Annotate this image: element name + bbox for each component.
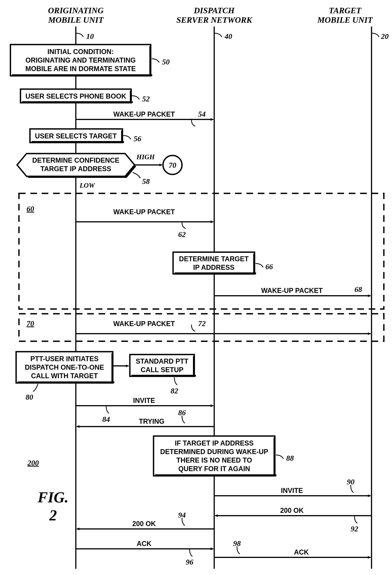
svg-rect-8 [130, 91, 132, 103]
svg-rect-34 [155, 474, 276, 476]
msg-200ok-94: 200 OK [132, 520, 156, 527]
ref-82: 82 [171, 386, 178, 395]
header-disp-2: SERVER NETWORK [176, 15, 253, 25]
header-targ-1: TARGET [329, 6, 362, 15]
svg-text:DISPATCH ONE-TO-ONE: DISPATCH ONE-TO-ONE [25, 363, 104, 371]
decision-determine-confidence: DETERMINE CONFIDENCE TARGET IP ADDRESS [17, 154, 136, 178]
ref-92: 92 [351, 525, 358, 533]
svg-text:DETERMINED DURING WAKE-UP: DETERMINED DURING WAKE-UP [160, 448, 268, 455]
ref-58: 58 [142, 177, 150, 186]
ref-98: 98 [233, 539, 241, 548]
box-user-selects-target: USER SELECTS TARGET [30, 129, 124, 143]
svg-rect-23 [112, 353, 113, 383]
svg-rect-18 [253, 254, 255, 275]
svg-rect-1 [12, 74, 152, 76]
box-user-selects-phonebook: USER SELECTS PHONE BOOK [21, 89, 133, 103]
svg-rect-11 [31, 141, 124, 143]
ref-88: 88 [286, 454, 294, 462]
svg-text:TARGET IP ADDRESS: TARGET IP ADDRESS [40, 165, 111, 173]
ref-50: 50 [162, 58, 170, 66]
svg-text:IF TARGET IP ADDRESS: IF TARGET IP ADDRESS [175, 439, 254, 447]
svg-text:THERE IS NO NEED TO: THERE IS NO NEED TO [176, 456, 252, 464]
msg-trying-86: TRYING [139, 417, 164, 425]
box-initial-condition: INITIAL CONDITION: ORIGINATING AND TERMI… [10, 45, 152, 76]
msg-wakeup-68: WAKE-UP PACKET [261, 287, 323, 294]
svg-rect-28 [131, 375, 196, 377]
msg-ack-96: ACK [137, 540, 151, 548]
ref-68: 68 [354, 285, 362, 294]
svg-text:STANDARD PTT: STANDARD PTT [136, 357, 188, 365]
box-ptt-user-initiates: PTT-USER INITIATES DISPATCH ONE-TO-ONE C… [16, 352, 114, 383]
ref-70u: 70 [26, 319, 34, 328]
svg-text:QUERY FOR IT AGAIN: QUERY FOR IT AGAIN [178, 465, 250, 473]
ref-66: 66 [265, 262, 273, 271]
msg-wakeup-72: WAKE-UP PACKET [113, 320, 175, 328]
header-disp-1: DISPATCH [194, 6, 235, 15]
msg-ack-98: ACK [294, 548, 309, 556]
ref-86: 86 [178, 408, 186, 417]
ref-70-circle: 70 [169, 161, 176, 169]
svg-text:PTT-USER INITIATES: PTT-USER INITIATES [30, 355, 98, 363]
msg-wakeup-62: WAKE-UP PACKET [113, 208, 175, 216]
msg-wakeup-54: WAKE-UP PACKET [113, 110, 175, 118]
label-low: LOW [79, 182, 95, 189]
msg-200ok-92: 200 OK [280, 506, 304, 514]
box-standard-ptt-call-setup: STANDARD PTT CALL SETUP [130, 355, 196, 377]
ref-72: 72 [198, 319, 206, 328]
ref-60: 60 [26, 205, 34, 213]
ref-96: 96 [186, 558, 193, 566]
box-if-target-ip-determined: IF TARGET IP ADDRESS DETERMINED DURING W… [154, 436, 276, 477]
header-orig-1: ORIGINATING [48, 6, 104, 15]
svg-text:USER SELECTS TARGET: USER SELECTS TARGET [35, 132, 116, 140]
svg-rect-17 [175, 272, 256, 274]
ref-94: 94 [178, 511, 186, 519]
ref-56: 56 [134, 134, 141, 143]
svg-text:MOBILE ARE IN DORMATE STATE: MOBILE ARE IN DORMATE STATE [25, 65, 136, 72]
svg-text:USER SELECTS PHONE BOOK: USER SELECTS PHONE BOOK [25, 92, 126, 100]
ref-62: 62 [178, 230, 186, 239]
svg-rect-2 [149, 46, 151, 76]
svg-rect-22 [18, 382, 114, 383]
svg-rect-35 [274, 437, 276, 477]
figure-label-1: FIG. [38, 489, 69, 506]
ref-80: 80 [25, 393, 33, 401]
ref-10: 10 [86, 32, 94, 41]
svg-text:DETERMINE CONFIDENCE: DETERMINE CONFIDENCE [32, 156, 119, 164]
ref-20: 20 [381, 32, 389, 41]
ref-200: 200 [27, 459, 39, 467]
ref-52: 52 [142, 95, 150, 103]
svg-text:DETERMINE TARGET: DETERMINE TARGET [179, 255, 249, 263]
svg-rect-12 [121, 130, 123, 143]
svg-text:CALL WITH TARGET: CALL WITH TARGET [31, 372, 98, 380]
ref-84: 84 [102, 415, 110, 424]
msg-invite-90: INVITE [281, 487, 303, 494]
header-targ-2: MOBILE UNIT [317, 15, 373, 25]
header-orig-2: MOBILE UNIT [48, 15, 104, 25]
svg-rect-29 [193, 356, 195, 377]
box-determine-target-ip: DETERMINE TARGET IP ADDRESS [173, 252, 256, 275]
svg-text:ORIGINATING AND TERMINATING: ORIGINATING AND TERMINATING [25, 56, 136, 64]
label-high: HIGH [136, 153, 155, 161]
msg-invite-84: INVITE [133, 397, 155, 404]
svg-rect-7 [22, 101, 133, 103]
ref-54: 54 [198, 110, 206, 118]
ref-90: 90 [347, 478, 354, 486]
figure-label-2: 2 [49, 507, 57, 524]
svg-text:INITIAL CONDITION:: INITIAL CONDITION: [47, 48, 114, 56]
region-60 [19, 193, 384, 309]
svg-text:IP ADDRESS: IP ADDRESS [193, 264, 234, 271]
svg-text:CALL SETUP: CALL SETUP [141, 366, 183, 374]
ref-40: 40 [224, 32, 232, 41]
